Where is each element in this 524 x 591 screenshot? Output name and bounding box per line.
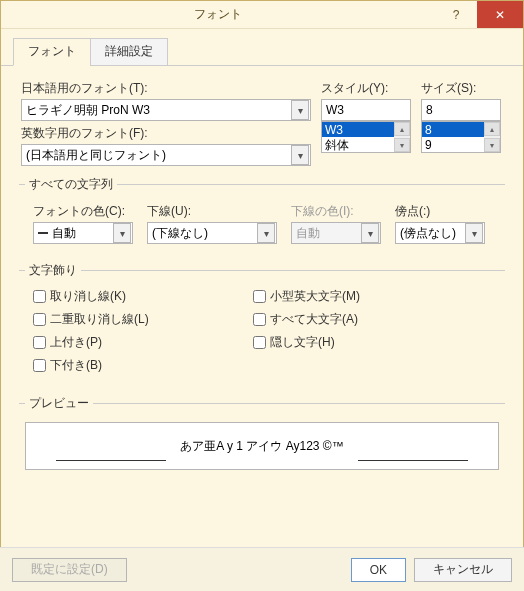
cb-strike-input[interactable] [33, 290, 46, 303]
style-input[interactable]: W3 [321, 99, 411, 121]
dropdown-icon[interactable]: ▾ [113, 223, 131, 243]
preview-underline [56, 460, 166, 461]
en-font-label: 英数字用のフォント(F): [21, 125, 311, 142]
style-value: W3 [326, 103, 344, 117]
cb-sup-input[interactable] [33, 336, 46, 349]
en-font-select[interactable]: (日本語用と同じフォント) ▾ [21, 144, 311, 166]
dropdown-icon: ▾ [361, 223, 379, 243]
scroll-down-icon[interactable]: ▾ [484, 138, 500, 152]
style-option[interactable]: 太字 [322, 152, 410, 153]
emph-value: (傍点なし) [400, 225, 456, 242]
underline-select[interactable]: (下線なし) ▾ [147, 222, 277, 244]
style-label: スタイル(Y): [321, 80, 411, 97]
cb-strike[interactable]: 取り消し線(K) [25, 285, 245, 308]
dropdown-icon[interactable]: ▾ [465, 223, 483, 243]
size-option[interactable]: 10 [422, 152, 500, 153]
dropdown-icon[interactable]: ▾ [291, 145, 309, 165]
close-button[interactable]: ✕ [477, 1, 523, 28]
size-input[interactable]: 8 [421, 99, 501, 121]
size-value: 8 [426, 103, 433, 117]
cb-dstrike[interactable]: 二重取り消し線(L) [25, 308, 245, 331]
decor-legend: 文字飾り [25, 262, 81, 279]
size-listbox[interactable]: 8 9 10 ▴▾ [421, 121, 501, 153]
scroll-up-icon[interactable]: ▴ [394, 122, 410, 136]
cb-sup[interactable]: 上付き(P) [25, 331, 245, 354]
jp-font-select[interactable]: ヒラギノ明朝 ProN W3 ▾ [21, 99, 311, 121]
tab-advanced[interactable]: 詳細設定 [90, 38, 168, 66]
color-swatch [38, 232, 48, 234]
jp-font-label: 日本語用のフォント(T): [21, 80, 311, 97]
cb-sub[interactable]: 下付き(B) [25, 354, 245, 377]
ulcolor-value: 自動 [296, 225, 320, 242]
emph-select[interactable]: (傍点なし) ▾ [395, 222, 485, 244]
ok-button[interactable]: OK [351, 558, 406, 582]
emph-label: 傍点(:) [395, 203, 485, 220]
fontcolor-label: フォントの色(C): [33, 203, 133, 220]
preview-text: あア亜A y 1 アイウ Ay123 ©™ [180, 438, 343, 455]
scroll-down-icon[interactable]: ▾ [394, 138, 410, 152]
dialog-title: フォント [1, 6, 435, 23]
cb-allcaps-input[interactable] [253, 313, 266, 326]
cb-allcaps[interactable]: すべて大文字(A) [245, 308, 499, 331]
tab-font[interactable]: フォント [13, 38, 91, 66]
preview-underline [358, 460, 468, 461]
cb-hidden-input[interactable] [253, 336, 266, 349]
fontcolor-value: 自動 [52, 225, 76, 242]
size-label: サイズ(S): [421, 80, 501, 97]
preview-box: あア亜A y 1 アイウ Ay123 ©™ [25, 422, 499, 470]
style-listbox[interactable]: W3 斜体 太字 ▴▾ [321, 121, 411, 153]
dropdown-icon[interactable]: ▾ [257, 223, 275, 243]
scroll-up-icon[interactable]: ▴ [484, 122, 500, 136]
cb-dstrike-input[interactable] [33, 313, 46, 326]
ulcolor-label: 下線の色(I): [291, 203, 381, 220]
underline-value: (下線なし) [152, 225, 208, 242]
cb-smallcaps[interactable]: 小型英大文字(M) [245, 285, 499, 308]
set-default-button[interactable]: 既定に設定(D) [12, 558, 127, 582]
jp-font-value: ヒラギノ明朝 ProN W3 [26, 102, 150, 119]
fontcolor-select[interactable]: 自動 ▾ [33, 222, 133, 244]
cb-smallcaps-input[interactable] [253, 290, 266, 303]
ulcolor-select: 自動 ▾ [291, 222, 381, 244]
preview-legend: プレビュー [25, 395, 93, 412]
cb-sub-input[interactable] [33, 359, 46, 372]
cb-hidden[interactable]: 隠し文字(H) [245, 331, 499, 354]
help-button[interactable]: ? [435, 1, 477, 28]
en-font-value: (日本語用と同じフォント) [26, 147, 166, 164]
underline-label: 下線(U): [147, 203, 277, 220]
cancel-button[interactable]: キャンセル [414, 558, 512, 582]
dropdown-icon[interactable]: ▾ [291, 100, 309, 120]
allchars-legend: すべての文字列 [25, 176, 117, 193]
